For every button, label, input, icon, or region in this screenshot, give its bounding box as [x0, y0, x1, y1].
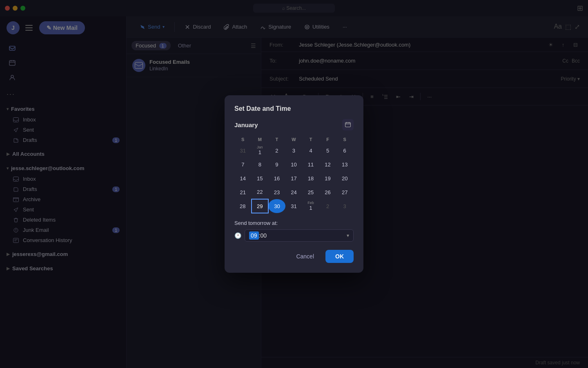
- calendar-day-jan11[interactable]: 11: [302, 157, 319, 171]
- calendar-month-name: January: [234, 121, 258, 128]
- cancel-button[interactable]: Cancel: [290, 250, 321, 263]
- calendar-day-jan2[interactable]: 2: [268, 144, 285, 157]
- send-tomorrow-label: Send tomorrow at:: [234, 220, 354, 226]
- calendar-day-jan3[interactable]: 3: [285, 144, 303, 157]
- time-input-row: 🕐 09:00 ▾: [234, 229, 354, 242]
- calendar-day-jan21[interactable]: 21: [234, 185, 252, 199]
- calendar-day-jan19[interactable]: 19: [319, 171, 336, 185]
- modal-overlay[interactable]: Set Date and Time January S M T W: [0, 0, 588, 368]
- calendar-day-jan22[interactable]: 22: [252, 185, 269, 199]
- calendar-day-jan27[interactable]: 27: [336, 185, 353, 199]
- calendar-week-5: 28 29 30 31 Feb 1 2 3: [234, 199, 353, 213]
- calendar-day-jan31[interactable]: 31: [285, 199, 303, 213]
- calendar-month-header: January: [234, 119, 354, 130]
- calendar-day-jan1[interactable]: Jan 1: [252, 144, 269, 157]
- col-sun: S: [234, 135, 252, 144]
- modal-title: Set Date and Time: [234, 105, 354, 112]
- calendar-week-1: 31 Jan 1 2 3 4 5 6: [234, 144, 353, 157]
- time-chevron-icon: ▾: [347, 233, 349, 238]
- col-fri: F: [319, 135, 336, 144]
- time-minute: 00: [260, 232, 267, 239]
- time-input[interactable]: 09:00 ▾: [245, 229, 354, 242]
- calendar-week-3: 14 15 16 17 18 19 20: [234, 171, 353, 185]
- calendar-day-jan20[interactable]: 20: [336, 171, 353, 185]
- col-thu: T: [302, 135, 319, 144]
- calendar-icon-button[interactable]: [342, 119, 354, 130]
- svg-rect-16: [349, 122, 350, 123]
- calendar-day-jan23[interactable]: 23: [268, 185, 285, 199]
- calendar-day-jan13[interactable]: 13: [336, 157, 353, 171]
- calendar-day-jan8[interactable]: 8: [252, 157, 269, 171]
- calendar-day-jan4[interactable]: 4: [302, 144, 319, 157]
- calendar-day-jan9[interactable]: 9: [268, 157, 285, 171]
- calendar-grid: S M T W T F S 31 Jan 1 2: [234, 135, 354, 213]
- calendar-day-jan7[interactable]: 7: [234, 157, 252, 171]
- calendar-day-feb2[interactable]: 2: [319, 199, 336, 213]
- calendar-day-jan24[interactable]: 24: [285, 185, 303, 199]
- calendar-day-feb3[interactable]: 3: [336, 199, 353, 213]
- calendar-day-dec31[interactable]: 31: [234, 144, 252, 157]
- svg-rect-14: [345, 123, 351, 127]
- calendar-day-jan5[interactable]: 5: [319, 144, 336, 157]
- svg-rect-15: [347, 122, 347, 123]
- calendar-day-feb1[interactable]: Feb 1: [302, 199, 319, 213]
- time-section: Send tomorrow at: 🕐 09:00 ▾: [234, 220, 354, 242]
- time-hour: 09: [249, 231, 259, 240]
- calendar-day-jan15[interactable]: 15: [252, 171, 269, 185]
- calendar-day-jan25[interactable]: 25: [302, 185, 319, 199]
- calendar-day-jan28[interactable]: 28: [234, 199, 252, 213]
- calendar-day-jan14[interactable]: 14: [234, 171, 252, 185]
- col-sat: S: [336, 135, 353, 144]
- calendar-week-4: 21 22 23 24 25 26 27: [234, 185, 353, 199]
- clock-icon: 🕐: [234, 232, 241, 239]
- calendar-day-jan18[interactable]: 18: [302, 171, 319, 185]
- calendar-day-jan29[interactable]: 29: [252, 199, 269, 213]
- calendar-day-jan10[interactable]: 10: [285, 157, 303, 171]
- calendar-header-row: S M T W T F S: [234, 135, 353, 144]
- calendar-day-jan6[interactable]: 6: [336, 144, 353, 157]
- calendar-week-2: 7 8 9 10 11 12 13: [234, 157, 353, 171]
- col-tue: T: [268, 135, 285, 144]
- modal-buttons: Cancel OK: [234, 250, 354, 263]
- calendar-day-jan26[interactable]: 26: [319, 185, 336, 199]
- calendar-day-jan30[interactable]: 30: [268, 199, 285, 213]
- col-mon: M: [252, 135, 269, 144]
- set-date-time-modal: Set Date and Time January S M T W: [225, 95, 363, 273]
- calendar-day-jan17[interactable]: 17: [285, 171, 303, 185]
- ok-button[interactable]: OK: [325, 250, 354, 263]
- calendar-day-jan12[interactable]: 12: [319, 157, 336, 171]
- col-wed: W: [285, 135, 303, 144]
- time-value: 09:00: [249, 232, 267, 239]
- calendar-day-jan16[interactable]: 16: [268, 171, 285, 185]
